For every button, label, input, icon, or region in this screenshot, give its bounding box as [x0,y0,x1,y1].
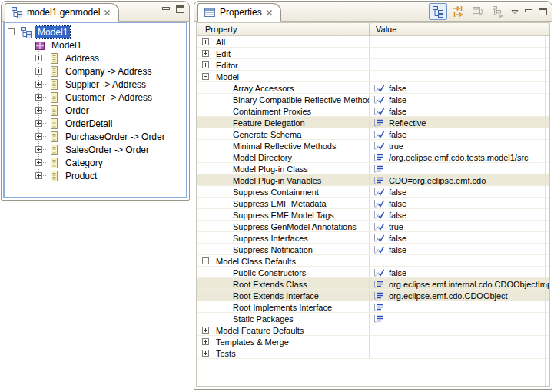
property-value-cell[interactable]: CDO=org.eclipse.emf.cdo [370,174,549,186]
property-value-cell[interactable] [370,301,549,313]
expand-plus-icon[interactable] [35,146,42,153]
property-value-cell[interactable]: org.eclipse.emf.internal.cdo.CDOObjectIm… [370,278,549,290]
property-value-cell[interactable]: true [370,140,549,151]
property-category-row[interactable]: Model Class Defaults [197,255,549,267]
class-icon [48,78,60,91]
property-value-cell[interactable]: false [370,94,549,105]
expand-plus-icon[interactable] [35,94,42,101]
property-value-cell[interactable]: false [370,209,549,221]
close-icon[interactable] [266,9,273,16]
property-value-cell[interactable]: /org.eclipse.emf.cdo.tests.model1/src [370,151,549,163]
property-row[interactable]: Model Plug-in VariablesCDO=org.eclipse.e… [197,174,549,186]
collapse-minus-icon[interactable] [202,257,209,264]
tree-item[interactable]: SalesOrder -> Order [5,143,186,156]
property-category-row[interactable]: Editor [197,59,549,71]
tree-item[interactable]: Product [5,169,186,182]
property-category-row[interactable]: Model [197,71,549,82]
minimize-icon[interactable] [162,6,171,13]
property-name: Suppress Interfaces [233,234,308,243]
expand-plus-icon[interactable] [35,172,42,179]
tree-item[interactable]: Company -> Address [5,65,186,78]
property-value-cell[interactable] [370,313,549,324]
expand-plus-icon[interactable] [35,133,42,140]
property-row[interactable]: Binary Compatible Reflective Methodsfals… [197,94,549,105]
close-icon[interactable] [104,9,111,16]
tree-item[interactable]: Model1 [5,38,186,51]
column-header-value[interactable]: Value [370,25,549,34]
restore-default-button[interactable] [469,3,487,20]
expand-plus-icon[interactable] [202,38,209,45]
maximize-button[interactable] [536,3,549,20]
tree-item[interactable]: Address [5,51,186,65]
property-category-row[interactable]: Templates & Merge [197,336,549,347]
tab-properties[interactable]: Properties [197,3,281,22]
property-category-row[interactable]: Tests [197,347,549,359]
expand-plus-icon[interactable] [202,50,209,57]
property-row[interactable]: Static Packages [197,313,549,324]
property-row[interactable]: Generate Schemafalse [197,128,549,140]
column-header-property[interactable]: Property [197,23,370,35]
show-categories-button[interactable] [429,3,447,20]
property-value-cell[interactable]: false [370,267,549,278]
tree-guide-stub [43,71,47,71]
property-row[interactable]: Suppress EMF Metadatafalse [197,198,549,209]
property-value-cell[interactable] [370,163,549,174]
collapse-minus-icon[interactable] [8,28,15,35]
tree-item[interactable]: Category [5,156,186,169]
tree-item-label: Model1 [49,39,84,51]
expand-plus-icon[interactable] [202,327,209,334]
property-row[interactable]: Root Extends Interfaceorg.eclipse.emf.cd… [197,290,549,301]
expand-plus-icon[interactable] [202,338,209,345]
expand-plus-icon[interactable] [35,55,42,61]
property-row[interactable]: Suppress GenModel Annotationstrue [197,221,549,232]
property-value-cell[interactable]: false [370,128,549,140]
property-row[interactable]: Model Plug-in Class [197,163,549,174]
tree-item[interactable]: PurchaseOrder -> Order [5,130,186,143]
view-menu-button[interactable] [509,3,521,20]
property-value-cell[interactable]: false [370,198,549,209]
property-category-row[interactable]: All [197,36,549,48]
text-value-icon [373,314,385,324]
tree-item[interactable]: OrderDetail [5,117,186,130]
expand-plus-icon[interactable] [202,350,209,357]
maximize-icon[interactable] [176,5,184,13]
property-row[interactable]: Feature DelegationReflective [197,117,549,128]
pin-selection-button[interactable] [489,3,507,20]
expand-plus-icon[interactable] [35,120,42,127]
expand-plus-icon[interactable] [35,107,42,114]
tree-item[interactable]: Customer -> Address [5,91,186,104]
expand-plus-icon[interactable] [35,68,42,75]
property-category-row[interactable]: Edit [197,48,549,59]
property-row[interactable]: Root Extends Classorg.eclipse.emf.intern… [197,278,549,290]
minimize-button[interactable] [522,3,535,20]
collapse-minus-icon[interactable] [22,42,28,48]
property-row[interactable]: Containment Proxiesfalse [197,105,549,117]
property-row[interactable]: Minimal Reflective Methodstrue [197,140,549,151]
property-value-cell[interactable]: org.eclipse.emf.cdo.CDOObject [370,290,549,301]
property-row[interactable]: Suppress Containmentfalse [197,186,549,198]
property-row[interactable]: Suppress Interfacesfalse [197,232,549,244]
property-row[interactable]: Suppress EMF Model Tagsfalse [197,209,549,221]
expand-plus-icon[interactable] [35,159,42,166]
tree-item[interactable]: Supplier -> Address [5,78,186,91]
property-row[interactable]: Model Directory/org.eclipse.emf.cdo.test… [197,151,549,163]
property-category-row[interactable]: Model Feature Defaults [197,324,549,336]
property-value-cell[interactable]: Reflective [370,117,549,128]
property-value-cell[interactable]: false [370,186,549,198]
property-row[interactable]: Suppress Notificationfalse [197,244,549,255]
tree-item[interactable]: Order [5,104,186,117]
property-value-cell[interactable]: false [370,244,549,255]
tab-model1-genmodel[interactable]: model1.genmodel [5,3,119,22]
property-row[interactable]: Array Accessorsfalse [197,82,549,94]
property-value-cell[interactable]: false [370,105,549,117]
property-value-cell[interactable]: true [370,221,549,232]
collapse-minus-icon[interactable] [202,73,209,80]
property-value-cell[interactable]: false [370,82,549,94]
show-advanced-button[interactable] [449,3,467,20]
property-value-cell[interactable]: false [370,232,549,244]
tree-item[interactable]: Model1 [5,25,186,38]
expand-plus-icon[interactable] [202,61,209,68]
expand-plus-icon[interactable] [35,81,42,88]
property-row[interactable]: Root Implements Interface [197,301,549,313]
property-row[interactable]: Public Constructorsfalse [197,267,549,278]
